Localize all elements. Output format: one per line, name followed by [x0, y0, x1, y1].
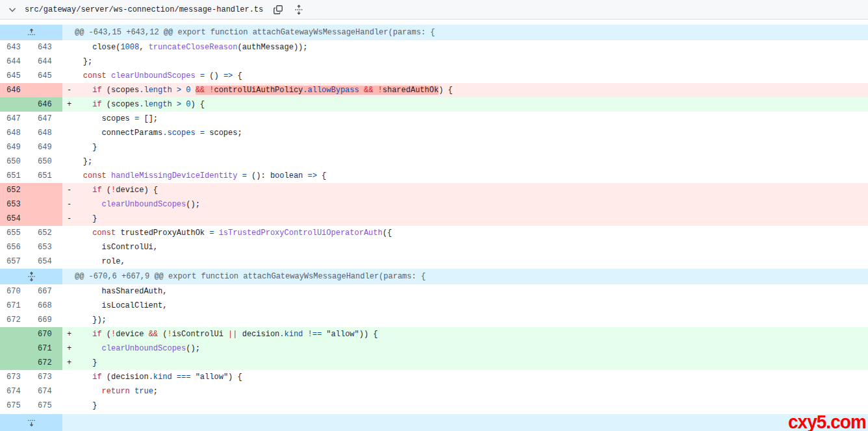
code-token: = — [200, 129, 205, 138]
code-token: = — [242, 171, 247, 180]
expand-both-icon — [27, 271, 36, 282]
line-number-new[interactable] — [31, 197, 62, 212]
diff-row: 652- if (!device) { — [0, 183, 868, 197]
expand-hunk-button[interactable] — [0, 414, 62, 431]
line-number-new[interactable]: 644 — [31, 55, 62, 69]
line-number-old[interactable]: 655 — [0, 226, 31, 240]
line-number-old[interactable]: 673 — [0, 370, 31, 384]
line-number-old[interactable]: 674 — [0, 384, 31, 399]
code-token: ) { — [228, 373, 242, 382]
code-token: ; — [153, 387, 158, 396]
line-number-old[interactable]: 671 — [0, 299, 31, 313]
line-number-new[interactable]: 648 — [31, 126, 62, 140]
line-number-old[interactable]: 649 — [0, 140, 31, 154]
code-token: if — [92, 330, 101, 339]
code-line: hasSharedAuth, — [62, 284, 868, 299]
line-number-new[interactable]: 672 — [31, 356, 62, 370]
line-number-new[interactable]: 653 — [31, 240, 62, 254]
line-number-old[interactable]: 657 — [0, 254, 31, 269]
line-number-new[interactable]: 654 — [31, 254, 62, 269]
code-line: }); — [62, 313, 868, 327]
code-token — [172, 86, 177, 95]
line-number-new[interactable]: 649 — [31, 140, 62, 154]
line-number-gutter: 670667 — [0, 284, 62, 299]
line-number-old[interactable]: 672 — [0, 313, 31, 327]
expand-hunk-button[interactable] — [0, 269, 62, 284]
code-token: .allowBypass — [303, 86, 359, 95]
line-number-new[interactable]: 671 — [31, 341, 62, 356]
line-number-new[interactable] — [31, 183, 62, 197]
line-number-new[interactable]: 669 — [31, 313, 62, 327]
code-token: if — [92, 186, 101, 195]
diff-row: 670+ if (!device && (!isControlUi || dec… — [0, 327, 868, 341]
hunk-header-text: @@ -643,15 +643,12 @@ export function at… — [62, 25, 868, 40]
line-number-new[interactable]: 645 — [31, 69, 62, 83]
code-cell: isControlUi, — [62, 240, 868, 254]
expand-hunk-button[interactable] — [0, 25, 62, 40]
line-number-old[interactable]: 643 — [0, 40, 31, 55]
line-number-old[interactable]: 650 — [0, 154, 31, 169]
diff-marker: - — [67, 197, 71, 212]
line-number-old[interactable] — [0, 356, 31, 370]
line-number-new[interactable]: 675 — [31, 399, 62, 413]
code-cell: const clearUnboundScopes = () => { — [62, 69, 868, 83]
line-number-new[interactable]: 674 — [31, 384, 62, 399]
line-number-new[interactable]: 673 — [31, 370, 62, 384]
line-number-new[interactable]: 651 — [31, 169, 62, 183]
line-number-new[interactable]: 652 — [31, 226, 62, 240]
code-cell: const trustedProxyAuthOk = isTrustedProx… — [62, 226, 868, 240]
line-number-old[interactable]: 653 — [0, 197, 31, 212]
line-number-old[interactable]: 656 — [0, 240, 31, 254]
line-number-old[interactable] — [0, 341, 31, 356]
code-line: } — [62, 356, 868, 370]
diff-row: 671+ clearUnboundScopes(); — [0, 341, 868, 356]
code-token: "allow" — [196, 373, 228, 382]
code-token: scopes; — [205, 129, 242, 138]
diff-row: 670667 hasSharedAuth, — [0, 284, 868, 299]
line-number-old[interactable] — [0, 327, 31, 341]
line-number-old[interactable]: 646 — [0, 83, 31, 97]
code-token: && — [149, 330, 158, 339]
diff-row: 657654 role, — [0, 254, 868, 269]
code-token: isControlUi — [172, 330, 228, 339]
diff-row: 646+ if (scopes.length > 0) { — [0, 97, 868, 112]
code-token: "allow" — [326, 330, 359, 339]
line-number-old[interactable] — [0, 97, 31, 112]
code-token: }; — [64, 57, 92, 66]
code-token: return — [102, 387, 130, 396]
line-number-new[interactable]: 668 — [31, 299, 62, 313]
code-cell: - clearUnboundScopes(); — [62, 197, 868, 212]
code-token: === — [177, 373, 191, 382]
line-number-old[interactable]: 670 — [0, 284, 31, 299]
line-number-new[interactable] — [31, 212, 62, 226]
line-number-old[interactable]: 648 — [0, 126, 31, 140]
code-token: .length — [139, 86, 172, 95]
code-token: sharedAuthOk — [383, 86, 439, 95]
diff-row: 644644 }; — [0, 55, 868, 69]
code-token — [172, 373, 177, 382]
line-number-new[interactable]: 647 — [31, 112, 62, 126]
line-number-new[interactable]: 643 — [31, 40, 62, 55]
line-number-new[interactable]: 650 — [31, 154, 62, 169]
unfold-icon[interactable] — [293, 4, 305, 16]
line-number-gutter: 651651 — [0, 169, 62, 183]
line-number-old[interactable]: 654 — [0, 212, 31, 226]
line-number-new[interactable]: 646 — [31, 97, 62, 112]
line-number-old[interactable]: 647 — [0, 112, 31, 126]
line-number-old[interactable]: 644 — [0, 55, 31, 69]
line-number-old[interactable]: 645 — [0, 69, 31, 83]
line-number-new[interactable]: 670 — [31, 327, 62, 341]
line-number-old[interactable]: 675 — [0, 399, 31, 413]
line-number-new[interactable] — [31, 83, 62, 97]
line-number-old[interactable]: 651 — [0, 169, 31, 183]
line-number-new[interactable]: 667 — [31, 284, 62, 299]
code-token: scopes — [64, 114, 134, 123]
copy-icon[interactable] — [272, 4, 284, 16]
line-number-old[interactable]: 652 — [0, 183, 31, 197]
code-token — [373, 86, 377, 95]
expand-row — [0, 414, 868, 431]
code-line: if (scopes.length > 0) { — [62, 97, 868, 112]
chevron-down-icon[interactable] — [6, 4, 18, 16]
code-token: if — [92, 373, 101, 382]
code-line: close(1008, truncateCloseReason(authMess… — [62, 40, 868, 55]
